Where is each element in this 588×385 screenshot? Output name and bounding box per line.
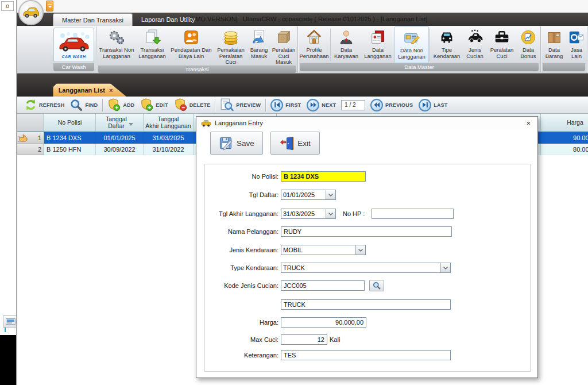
button-jasa-lain[interactable]: Jasa Lain: [567, 26, 586, 63]
button-jenis-cucian[interactable]: Jenis Cucian: [463, 26, 487, 63]
tab-master-dan-transaksi[interactable]: Master Dan Transaksi: [53, 13, 133, 26]
cell-no-polisi[interactable]: B 1250 HFN: [44, 144, 96, 155]
page-indicator[interactable]: 1 / 2: [341, 100, 365, 110]
cell-tanggal-akhir[interactable]: 31/10/2022: [144, 144, 194, 155]
tgl-akhir-label: Tgl Akhir Langganan:: [206, 210, 278, 217]
tgl-akhir-value: 31/03/2025: [281, 209, 326, 218]
max-cuci-input[interactable]: [281, 334, 327, 345]
previous-button[interactable]: PREVIOUS: [368, 99, 416, 111]
next-button[interactable]: NEXT: [304, 99, 339, 111]
card-pencil-icon: [403, 28, 420, 48]
add-shield-icon: [107, 98, 121, 111]
column-header-selector: [17, 114, 44, 131]
type-kendaraan-combo[interactable]: TRUCK: [281, 263, 451, 273]
first-button[interactable]: FIRST: [268, 99, 304, 111]
toolbar-separator: [215, 99, 215, 111]
dialog-titlebar: Langganan Entry ×: [196, 117, 537, 129]
background-window-fragment: o: [1, 1, 14, 11]
column-header-tanggal-daftar[interactable]: Tanggal Daftar: [96, 114, 144, 131]
find-label: FIND: [85, 102, 98, 108]
exit-label: Exit: [297, 139, 311, 148]
cell-tanggal-akhir[interactable]: 31/03/2025: [144, 132, 194, 144]
refresh-button[interactable]: REFRESH: [22, 99, 67, 111]
button-label: Data Non Langganan: [395, 48, 428, 60]
dialog-close-button[interactable]: ×: [524, 119, 533, 128]
no-polisi-input[interactable]: [281, 171, 366, 182]
add-button[interactable]: ADD: [105, 98, 137, 111]
mail-app-icon: [568, 28, 585, 47]
column-header-harga[interactable]: Harga: [541, 114, 588, 131]
button-label: Peralatan Cuci Masuk: [270, 47, 297, 66]
button-peralatan-cuci-masuk[interactable]: Peralatan Cuci Masuk: [270, 26, 297, 66]
lookup-button[interactable]: [369, 280, 384, 291]
button-profile-perusahaan[interactable]: Profile Perusahaan: [299, 26, 330, 63]
jenis-kendaraan-combo[interactable]: MOBIL: [281, 245, 366, 255]
find-button[interactable]: FIND: [67, 99, 100, 111]
keterangan-input[interactable]: [281, 350, 451, 360]
chevron-down-icon[interactable]: [326, 209, 335, 218]
edit-button[interactable]: EDIT: [137, 98, 171, 111]
column-header-tanggal-akhir[interactable]: Tanggal Akhir Langganan: [144, 114, 194, 131]
tab-laporan-dan-utility[interactable]: Laporan Dan Utility: [133, 13, 204, 26]
row-selector[interactable]: 1: [17, 132, 44, 144]
car-wash-logo-button[interactable]: CAR WASH: [53, 28, 94, 62]
thumbnail-icon: [6, 318, 16, 325]
save-button[interactable]: Save: [210, 132, 263, 155]
no-hp-label: No HP :: [343, 210, 368, 217]
preview-icon: [220, 98, 234, 112]
button-transaksi-langganan[interactable]: Transaksi Langganan: [136, 26, 168, 66]
button-peralatan-cuci[interactable]: Peralatan Cuci: [487, 26, 517, 63]
edit-label: EDIT: [156, 102, 168, 108]
cell-tanggal-daftar[interactable]: 01/01/2025: [96, 132, 144, 144]
button-barang-masuk[interactable]: Barang Masuk: [247, 26, 270, 66]
button-data-non-langganan[interactable]: Data Non Langganan: [394, 26, 429, 63]
toolbar-separator: [265, 99, 266, 111]
max-cuci-label: Max Cuci:: [206, 336, 278, 343]
button-label: Barang Masuk: [247, 47, 270, 59]
tgl-daftar-combo[interactable]: 01/01/2025: [281, 190, 336, 200]
tab-close-icon[interactable]: ×: [109, 87, 113, 94]
button-data-langganan[interactable]: Data Langganan: [361, 26, 394, 63]
coins-icon: [222, 28, 240, 47]
column-header-no-polisi[interactable]: No Polisi: [44, 114, 96, 131]
cell-harga[interactable]: 80.000,00: [541, 144, 588, 155]
previous-icon: [370, 99, 383, 111]
no-hp-input[interactable]: [372, 209, 454, 219]
car-wash-drops-icon: [466, 28, 483, 47]
ribbon-group-data-master: Profile Perusahaan Data Karyawan Data La…: [298, 26, 541, 72]
jenis-cucian-nama-input[interactable]: [281, 299, 451, 310]
delete-button[interactable]: DELETE: [171, 98, 214, 111]
button-data-barang[interactable]: Data Barang: [541, 26, 567, 63]
background-dark-region: [0, 335, 16, 385]
chevron-down-icon[interactable]: [326, 190, 335, 199]
chevron-down-icon[interactable]: [355, 245, 365, 255]
harga-input[interactable]: [281, 317, 366, 328]
dialog-car-icon: [201, 120, 211, 127]
type-kendaraan-value: TRUCK: [281, 263, 440, 272]
button-data-karyawan[interactable]: Data Karyawan: [331, 26, 361, 63]
row-selector[interactable]: 2: [17, 144, 44, 155]
button-pendapatan-dan-biaya-lain[interactable]: Pendapatan Dan Biaya Lain: [168, 26, 214, 66]
cell-no-polisi[interactable]: B 1234 DXS: [44, 132, 96, 144]
last-button[interactable]: LAST: [416, 99, 450, 111]
button-pemakaian-peralatan-cuci[interactable]: Pemakaian Peralatan Cuci: [214, 26, 247, 66]
kode-jenis-cucian-input[interactable]: [281, 280, 365, 291]
tgl-akhir-combo[interactable]: 31/03/2025: [281, 209, 336, 219]
app-logo-icon[interactable]: [18, 0, 44, 25]
tab-langganan-list[interactable]: Langganan List ×: [53, 83, 126, 97]
house-icon: [305, 28, 323, 47]
button-transaksi-non-langganan[interactable]: Transaksi Non Langganan: [97, 26, 136, 66]
chevron-down-icon[interactable]: [440, 263, 450, 272]
cell-harga[interactable]: 90.000,00: [541, 132, 588, 144]
button-tipe-kendaraan[interactable]: Tipe Kendaraan: [431, 26, 463, 63]
quick-access-dropdown-button[interactable]: [46, 1, 53, 11]
cell-tanggal-daftar[interactable]: 30/09/2022: [96, 144, 144, 155]
button-label: Pemakaian Peralatan Cuci: [214, 47, 247, 66]
nama-pelanggan-input[interactable]: [281, 226, 452, 237]
row-number: 2: [38, 146, 41, 153]
harga-label: Harga:: [206, 319, 278, 326]
preview-button[interactable]: PREVIEW: [217, 98, 264, 112]
exit-button[interactable]: Exit: [270, 132, 320, 155]
chevron-down-icon: [48, 6, 52, 8]
button-data-bonus[interactable]: Data Bonus: [517, 26, 540, 63]
